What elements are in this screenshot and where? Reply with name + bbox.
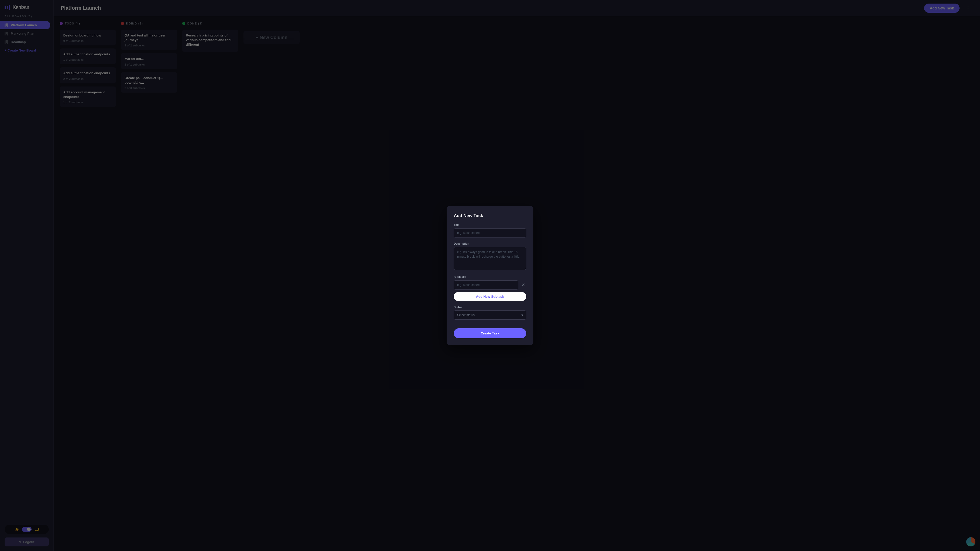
status-select[interactable]: Select status Todo Doing Done: [454, 310, 526, 320]
title-input[interactable]: [454, 228, 526, 238]
title-label: Title: [454, 224, 526, 227]
title-form-group: Title: [454, 224, 526, 238]
status-select-wrap: Select status Todo Doing Done: [454, 310, 526, 320]
description-textarea[interactable]: [454, 247, 526, 270]
add-task-modal: Add New Task Title Description Subtasks …: [447, 206, 533, 345]
description-label: Description: [454, 242, 526, 245]
subtasks-label: Subtasks: [454, 275, 526, 279]
status-form-group: Status Select status Todo Doing Done: [454, 306, 526, 320]
modal-overlay[interactable]: Add New Task Title Description Subtasks …: [0, 0, 980, 551]
description-form-group: Description: [454, 242, 526, 271]
modal-title: Add New Task: [454, 213, 526, 218]
subtask-input[interactable]: [454, 280, 518, 289]
add-subtask-button[interactable]: Add New Subtask: [454, 292, 526, 301]
subtasks-form-group: Subtasks ✕ Add New Subtask: [454, 275, 526, 301]
subtask-remove-button[interactable]: ✕: [520, 283, 526, 287]
status-label: Status: [454, 306, 526, 309]
subtask-row: ✕: [454, 280, 526, 289]
create-task-button[interactable]: Create Task: [454, 328, 526, 338]
